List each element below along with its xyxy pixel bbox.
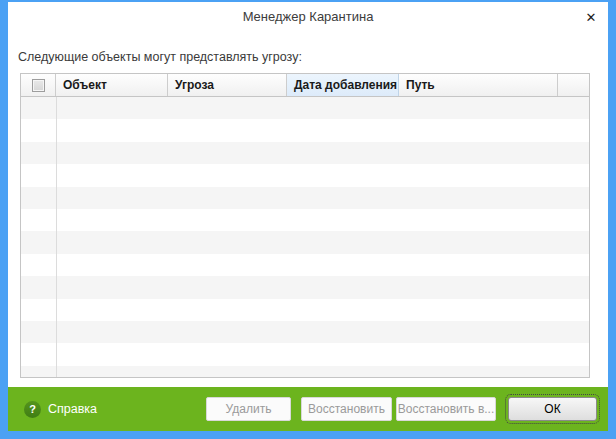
- help-link[interactable]: ? Справка: [24, 401, 97, 418]
- column-header-path[interactable]: Путь: [399, 74, 558, 96]
- titlebar: Менеджер Карантина: [8, 2, 608, 32]
- window-content: Менеджер Карантина ✕ Следующие объекты м…: [8, 2, 608, 431]
- table-body-empty: [21, 97, 589, 377]
- column-header-select-all[interactable]: [21, 74, 56, 96]
- restore-to-button[interactable]: Восстановить в...: [396, 397, 496, 421]
- close-icon[interactable]: ✕: [580, 7, 602, 29]
- quarantine-table: Объект Угроза Дата добавления Путь: [20, 73, 590, 378]
- column-header-object[interactable]: Объект: [56, 74, 168, 96]
- select-all-checkbox[interactable]: [32, 79, 45, 92]
- help-label: Справка: [48, 402, 97, 416]
- ok-button[interactable]: ОК: [508, 397, 597, 421]
- window-title: Менеджер Карантина: [243, 9, 374, 24]
- table-header: Объект Угроза Дата добавления Путь: [21, 74, 589, 97]
- checkbox-column-divider: [56, 97, 57, 377]
- restore-button[interactable]: Восстановить: [301, 397, 392, 421]
- column-header-threat[interactable]: Угроза: [168, 74, 287, 96]
- help-icon[interactable]: ?: [24, 401, 41, 418]
- threat-intro-text: Следующие объекты могут представлять угр…: [18, 50, 302, 64]
- delete-button[interactable]: Удалить: [206, 397, 291, 421]
- footer-bar: ? Справка Удалить Восстановить Восстанов…: [8, 387, 608, 431]
- column-header-filler: [558, 74, 589, 96]
- column-header-date-added[interactable]: Дата добавления: [287, 74, 399, 96]
- quarantine-manager-window: Менеджер Карантина ✕ Следующие объекты м…: [0, 0, 616, 439]
